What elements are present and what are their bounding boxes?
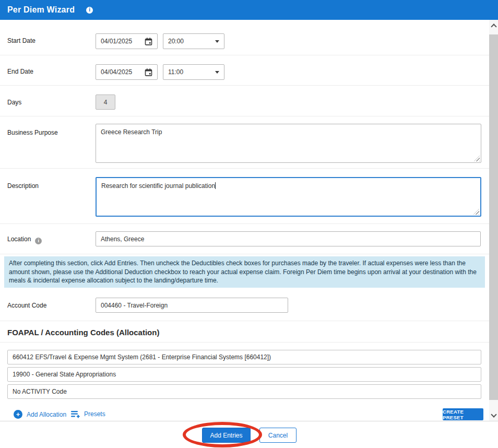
location-info-icon[interactable]: i xyxy=(35,238,42,244)
create-preset-button[interactable]: CREATE PRESET xyxy=(443,408,483,420)
presets-link[interactable]: Presets xyxy=(71,410,105,418)
account-code-value: 004460 - Travel-Foreign xyxy=(101,302,283,309)
end-date-value: 04/04/2025 xyxy=(101,68,145,76)
location-label: Locationi xyxy=(7,235,42,244)
vertical-scrollbar[interactable] xyxy=(489,20,498,421)
row-divider xyxy=(0,55,489,55)
add-allocation-link[interactable]: + Add Allocation xyxy=(14,410,66,419)
allocation-row-text: No ACTIVITY Code xyxy=(13,388,67,395)
allocation-row[interactable]: 19900 - General State Appropriations xyxy=(7,367,481,382)
resize-grip-icon[interactable] xyxy=(474,156,480,161)
chevron-down-icon xyxy=(491,411,496,417)
location-value: Athens, Greece xyxy=(101,235,476,243)
add-entries-label: Add Entries xyxy=(210,432,242,439)
cancel-label: Cancel xyxy=(268,432,288,439)
account-code-input[interactable]: 004460 - Travel-Foreign xyxy=(96,298,288,313)
calendar-icon[interactable] xyxy=(145,68,152,76)
days-value: 4 xyxy=(104,99,108,106)
scroll-up-button[interactable] xyxy=(489,20,498,31)
allocation-row-text: 660412 EFS/Travel & Expense Mgmt System … xyxy=(13,353,271,361)
create-preset-label: CREATE PRESET xyxy=(443,409,483,420)
scrollbar-thumb[interactable] xyxy=(489,34,498,400)
account-code-label: Account Code xyxy=(7,302,46,309)
days-input: 4 xyxy=(96,95,115,110)
page-title: Per Diem Wizard xyxy=(7,5,75,15)
foapal-section-heading: FOAPAL / Accounting Codes (Allocation) xyxy=(7,328,159,337)
end-date-input[interactable]: 04/04/2025 xyxy=(96,64,158,80)
row-divider xyxy=(0,168,489,169)
presets-label: Presets xyxy=(84,410,105,418)
presets-icon xyxy=(71,410,80,418)
resize-grip-icon[interactable] xyxy=(473,209,479,215)
allocation-row[interactable]: 660412 EFS/Travel & Expense Mgmt System … xyxy=(7,350,481,364)
row-divider xyxy=(0,254,489,254)
calendar-icon[interactable] xyxy=(145,38,152,45)
business-purpose-label: Business Purpose xyxy=(7,129,58,136)
location-input[interactable]: Athens, Greece xyxy=(96,231,481,246)
start-date-value: 04/01/2025 xyxy=(101,38,145,45)
start-date-label: Start Date xyxy=(7,37,35,44)
add-entries-button[interactable]: Add Entries xyxy=(202,428,251,443)
end-time-select[interactable]: 11:00 xyxy=(163,64,224,80)
description-label: Description xyxy=(7,182,39,190)
header-info-icon[interactable]: i xyxy=(86,7,93,14)
chevron-down-icon xyxy=(215,40,219,43)
row-divider xyxy=(0,85,489,86)
business-purpose-textarea[interactable]: Greece Research Trip xyxy=(96,124,481,163)
days-label: Days xyxy=(7,99,21,106)
row-divider xyxy=(0,223,489,224)
description-textarea[interactable]: Research for scientific journal publicat… xyxy=(96,177,481,217)
cancel-button[interactable]: Cancel xyxy=(259,428,297,443)
description-value: Research for scientific journal publicat… xyxy=(101,182,215,190)
text-cursor xyxy=(215,182,216,189)
add-allocation-label: Add Allocation xyxy=(27,411,66,418)
plus-circle-icon: + xyxy=(14,410,22,419)
location-label-text: Location xyxy=(7,235,31,243)
end-date-label: End Date xyxy=(7,68,33,75)
row-divider xyxy=(0,116,489,116)
start-date-input[interactable]: 04/01/2025 xyxy=(96,33,158,49)
scroll-down-button[interactable] xyxy=(489,409,498,421)
business-purpose-value: Greece Research Trip xyxy=(101,128,162,136)
chevron-down-icon xyxy=(215,71,219,74)
dialog-header: Per Diem Wizard i xyxy=(0,0,498,20)
instructions-note: After completing this section, click Add… xyxy=(4,256,485,288)
start-time-select[interactable]: 20:00 xyxy=(163,33,224,49)
section-divider xyxy=(0,342,489,343)
allocation-row[interactable]: No ACTIVITY Code xyxy=(7,384,481,399)
end-time-value: 11:00 xyxy=(168,68,212,76)
allocation-row-text: 19900 - General State Appropriations xyxy=(13,371,116,378)
chevron-up-icon xyxy=(491,23,496,29)
per-diem-wizard-dialog: Per Diem Wizard i Start Date 04/01/2025 … xyxy=(0,0,498,448)
start-time-value: 20:00 xyxy=(168,38,212,45)
section-divider xyxy=(0,321,489,321)
